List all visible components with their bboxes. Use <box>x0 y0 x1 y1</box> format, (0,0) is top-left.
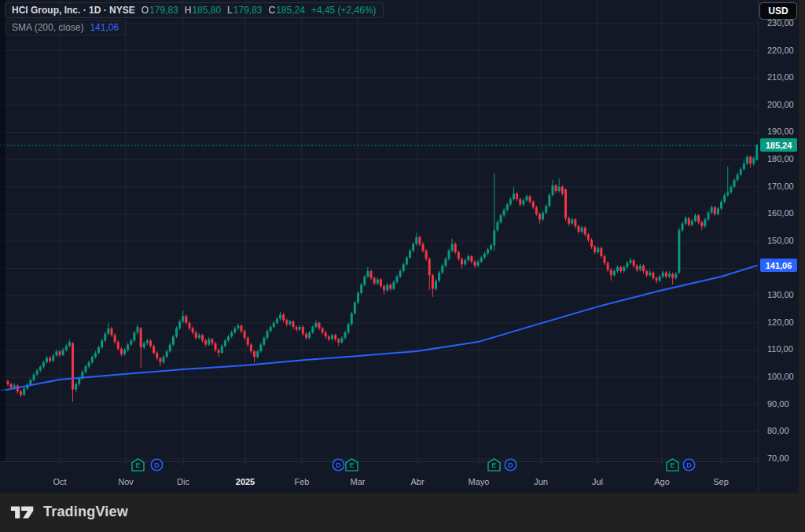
dividend-event-badge[interactable]: D <box>150 458 164 471</box>
sma-price-badge: 141,06 <box>760 259 797 272</box>
price-tick-label: 130,00 <box>767 290 794 299</box>
price-tick-label: 110,00 <box>767 344 793 354</box>
price-tick-label: 120,00 <box>767 317 794 327</box>
price-tick-label: 160,00 <box>767 208 794 218</box>
svg-text:E: E <box>349 461 354 469</box>
ohlc-high: H185,80 <box>185 4 221 17</box>
svg-text:D: D <box>336 461 342 469</box>
price-tick-label: 100,00 <box>767 372 794 381</box>
time-tick <box>245 462 246 465</box>
svg-text:E: E <box>492 461 497 469</box>
price-axis[interactable]: 230,00220,00210,00200,00190,00180,00170,… <box>758 0 799 493</box>
time-tick <box>183 462 184 465</box>
price-tick-label: 180,00 <box>767 154 794 163</box>
time-tick-label: Mar <box>351 477 366 486</box>
time-tick <box>479 462 480 465</box>
time-tick-label: Oct <box>53 477 66 486</box>
symbol-legend-row[interactable]: HCI Group, Inc. · 1D · NYSE O179,83 H185… <box>5 2 384 18</box>
svg-text:D: D <box>155 461 160 469</box>
svg-text:D: D <box>508 461 513 469</box>
left-edge-shade <box>0 0 6 461</box>
ohlc-low: L179,83 <box>227 4 262 17</box>
time-tick-label: 2025 <box>236 477 255 486</box>
time-tick <box>721 462 722 465</box>
symbol-title[interactable]: HCI Group, Inc. · 1D · NYSE <box>12 4 135 17</box>
earnings-event-badge[interactable]: E <box>131 458 145 471</box>
earnings-event-badge[interactable]: E <box>487 458 501 471</box>
time-tick-label: Ago <box>654 477 670 486</box>
ohlc-close: C185,24 <box>269 4 305 17</box>
indicator-legend-row[interactable]: SMA (200, close) 141,06 <box>5 20 126 35</box>
price-tick-label: 170,00 <box>767 182 794 191</box>
time-tick <box>302 462 303 465</box>
time-tick-label: Abr <box>410 477 424 486</box>
indicator-label: SMA (200, close) <box>12 21 83 34</box>
price-tick-label: 210,00 <box>767 72 794 82</box>
grid-layer <box>0 0 758 461</box>
tradingview-logo-icon <box>10 501 37 523</box>
last-price-badge: 185,24 <box>760 138 797 152</box>
time-axis[interactable]: OctNovDic2025FebMarAbrMayoJunJulAgoSepED… <box>0 461 758 493</box>
candles-layer <box>7 144 759 402</box>
price-tick-label: 200,00 <box>767 100 794 109</box>
time-tick <box>662 462 663 465</box>
price-change: +4,45 (+2,46%) <box>311 4 377 17</box>
time-tick-label: Feb <box>295 477 310 486</box>
time-tick-label: Mayo <box>469 477 490 486</box>
indicator-value: 141,06 <box>90 21 119 34</box>
page: HCI Group, Inc. · 1D · NYSE O179,83 H185… <box>0 0 805 532</box>
time-tick-label: Jul <box>592 477 603 486</box>
price-tick-label: 190,00 <box>767 127 794 136</box>
time-tick-label: Sep <box>713 477 729 486</box>
dividend-event-badge[interactable]: D <box>332 458 345 471</box>
price-tick-label: 70,00 <box>767 453 789 463</box>
time-tick <box>541 462 542 465</box>
price-tick-label: 80,00 <box>767 426 789 435</box>
time-tick <box>126 462 127 465</box>
earnings-event-badge[interactable]: E <box>345 458 358 471</box>
dividend-event-badge[interactable]: D <box>504 458 517 471</box>
price-chart-canvas[interactable] <box>0 0 758 461</box>
tradingview-attribution[interactable]: TradingView <box>10 501 128 523</box>
price-tick-label: 220,00 <box>767 46 794 55</box>
time-tick <box>417 462 418 465</box>
svg-text:E: E <box>671 461 675 469</box>
ohlc-open: O179,83 <box>142 4 178 17</box>
currency-usd-button[interactable]: USD <box>759 2 797 20</box>
time-tick <box>597 462 598 465</box>
price-tick-label: 90,00 <box>767 399 789 409</box>
tradingview-chart-widget: HCI Group, Inc. · 1D · NYSE O179,83 H185… <box>0 0 799 493</box>
time-tick-label: Nov <box>118 477 134 486</box>
sma-line[interactable] <box>2 266 757 391</box>
svg-text:E: E <box>135 461 140 469</box>
tradingview-brand-text: TradingView <box>43 504 128 520</box>
time-tick-label: Dic <box>177 477 189 486</box>
time-tick <box>60 462 61 465</box>
price-tick-label: 150,00 <box>767 236 794 245</box>
chart-legend: HCI Group, Inc. · 1D · NYSE O179,83 H185… <box>5 2 384 37</box>
dividend-event-badge[interactable]: D <box>682 458 696 471</box>
earnings-event-badge[interactable]: E <box>666 458 679 471</box>
svg-text:D: D <box>686 461 692 469</box>
time-tick-label: Jun <box>534 477 548 486</box>
footer-bar: TradingView <box>0 493 805 532</box>
